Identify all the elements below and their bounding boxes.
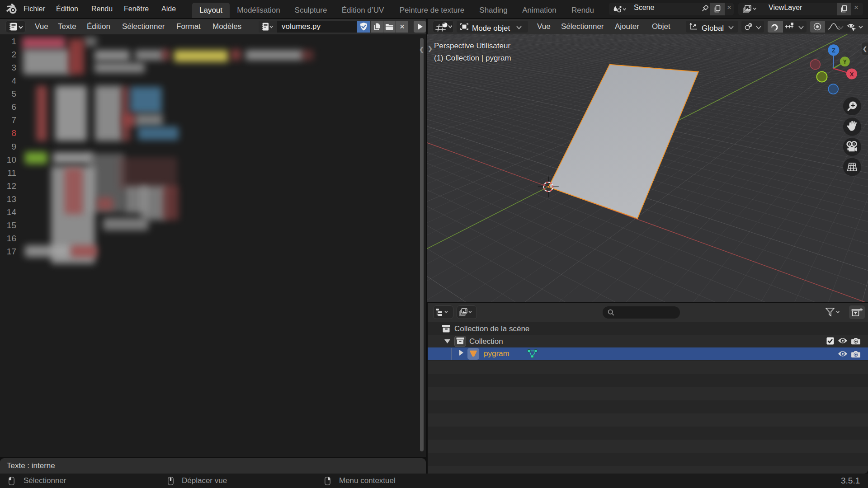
svg-text:X: X (850, 71, 854, 78)
svg-text:Z: Z (832, 47, 835, 54)
svg-text:Y: Y (843, 59, 847, 65)
